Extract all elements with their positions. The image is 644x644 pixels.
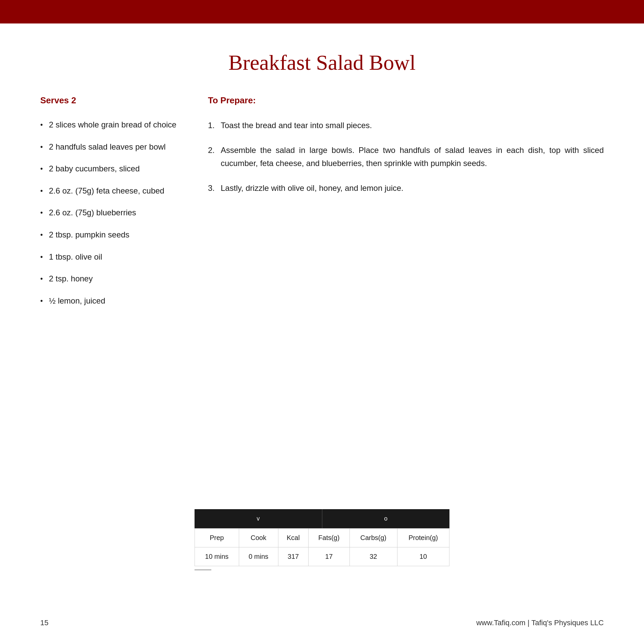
val-cook: 0 mins xyxy=(239,547,278,566)
ingredient-item: 2 tbsp. pumpkin seeds xyxy=(40,229,181,240)
col-kcal: Kcal xyxy=(278,529,308,547)
val-prep: 10 mins xyxy=(195,547,239,566)
small-divider xyxy=(195,570,211,570)
nutrition-columns-row: Prep Cook Kcal Fats(g) Carbs(g) Protein(… xyxy=(195,529,449,547)
top-bar xyxy=(0,0,644,23)
nutrition-table: Prep Cook Kcal Fats(g) Carbs(g) Protein(… xyxy=(195,528,449,566)
nutrition-header-row: v o xyxy=(195,509,449,528)
recipe-title: Breakfast Salad Bowl xyxy=(40,50,604,75)
col-cook: Cook xyxy=(239,529,278,547)
step-item: 1. Toast the bread and tear into small p… xyxy=(208,119,604,132)
left-column: Serves 2 2 slices whole grain bread of c… xyxy=(40,95,181,317)
col-protein: Protein(g) xyxy=(397,529,449,547)
col-prep: Prep xyxy=(195,529,239,547)
ingredient-item: 2 slices whole grain bread of choice xyxy=(40,119,181,130)
nutrition-header-o: o xyxy=(322,509,450,528)
val-kcal: 317 xyxy=(278,547,308,566)
col-carbs: Carbs(g) xyxy=(350,529,397,547)
col-fats: Fats(g) xyxy=(308,529,350,547)
footer: 15 www.Tafiq.com | Tafiq's Physiques LLC xyxy=(0,619,644,627)
step-item: 2. Assemble the salad in large bowls. Pl… xyxy=(208,144,604,170)
prepare-label: To Prepare: xyxy=(208,95,604,106)
nutrition-section: v o Prep Cook Kcal Fats(g) Carbs(g) Prot… xyxy=(195,509,449,570)
ingredient-item: 2.6 oz. (75g) feta cheese, cubed xyxy=(40,185,181,197)
val-protein: 10 xyxy=(397,547,449,566)
ingredient-item: 2 tsp. honey xyxy=(40,273,181,284)
ingredient-item: ½ lemon, juiced xyxy=(40,295,181,307)
steps-list: 1. Toast the bread and tear into small p… xyxy=(208,119,604,195)
footer-website: www.Tafiq.com | Tafiq's Physiques LLC xyxy=(476,619,604,627)
ingredient-item: 1 tbsp. olive oil xyxy=(40,251,181,263)
ingredient-item: 2 baby cucumbers, sliced xyxy=(40,163,181,174)
right-column: To Prepare: 1. Toast the bread and tear … xyxy=(208,95,604,317)
nutrition-header-v: v xyxy=(195,509,322,528)
page-number: 15 xyxy=(40,619,48,627)
step-item: 3. Lastly, drizzle with olive oil, honey… xyxy=(208,182,604,195)
ingredient-item: 2.6 oz. (75g) blueberries xyxy=(40,207,181,218)
val-fats: 17 xyxy=(308,547,350,566)
serves-label: Serves 2 xyxy=(40,95,181,106)
page-content: Breakfast Salad Bowl Serves 2 2 slices w… xyxy=(0,23,644,330)
ingredient-item: 2 handfuls salad leaves per bowl xyxy=(40,141,181,153)
ingredients-list: 2 slices whole grain bread of choice 2 h… xyxy=(40,119,181,306)
two-columns: Serves 2 2 slices whole grain bread of c… xyxy=(40,95,604,317)
nutrition-values-row: 10 mins 0 mins 317 17 32 10 xyxy=(195,547,449,566)
val-carbs: 32 xyxy=(350,547,397,566)
